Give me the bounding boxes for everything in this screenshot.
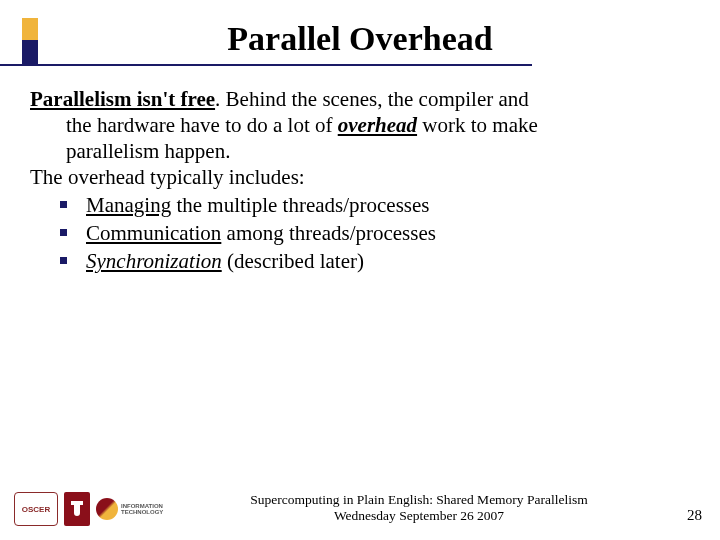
list-item: Synchronization (described later) (30, 248, 684, 274)
list-intro: The overhead typically includes: (30, 164, 684, 190)
slide-body: Parallelism isn't free. Behind the scene… (30, 86, 684, 274)
bullet-keyword: Managing (86, 193, 171, 217)
logo-cluster: OSCER INFORMATION TECHNOLOGY (0, 492, 166, 526)
oscer-logo-text: OSCER (22, 505, 50, 514)
lead-paragraph: Parallelism isn't free. Behind the scene… (30, 86, 684, 164)
slide-footer: OSCER INFORMATION TECHNOLOGY Supercomput… (0, 492, 720, 526)
it-logo-swoosh-icon (96, 498, 118, 520)
lead-text-2b: work to make (417, 113, 538, 137)
title-rule (0, 64, 532, 66)
bullet-rest: (described later) (222, 249, 364, 273)
slide-number: 28 (672, 507, 720, 526)
it-logo: INFORMATION TECHNOLOGY (96, 494, 166, 524)
accent-navy (22, 40, 38, 64)
ou-logo-glyph (68, 498, 86, 520)
it-logo-text: INFORMATION TECHNOLOGY (121, 503, 163, 515)
list-item: Communication among threads/processes (30, 220, 684, 246)
lead-emphasis: Parallelism isn't free (30, 87, 215, 111)
overhead-word: overhead (338, 113, 417, 137)
slide-title: Parallel Overhead (0, 0, 720, 58)
bullet-list: Managing the multiple threads/processes … (30, 192, 684, 274)
ou-logo (64, 492, 90, 526)
lead-text-2a: the hardware have to do a lot of (66, 113, 338, 137)
lead-text-1: . Behind the scenes, the compiler and (215, 87, 529, 111)
it-logo-line2: TECHNOLOGY (121, 509, 163, 515)
footer-line2: Wednesday September 26 2007 (166, 508, 672, 524)
oscer-logo: OSCER (14, 492, 58, 526)
list-item: Managing the multiple threads/processes (30, 192, 684, 218)
bullet-rest: among threads/processes (221, 221, 436, 245)
bullet-rest: the multiple threads/processes (171, 193, 429, 217)
bullet-keyword: Communication (86, 221, 221, 245)
bullet-keyword: Synchronization (86, 249, 222, 273)
footer-caption: Supercomputing in Plain English: Shared … (166, 492, 672, 526)
lead-text-3: parallelism happen. (66, 139, 230, 163)
corner-accent (22, 18, 38, 64)
footer-line1: Supercomputing in Plain English: Shared … (166, 492, 672, 508)
